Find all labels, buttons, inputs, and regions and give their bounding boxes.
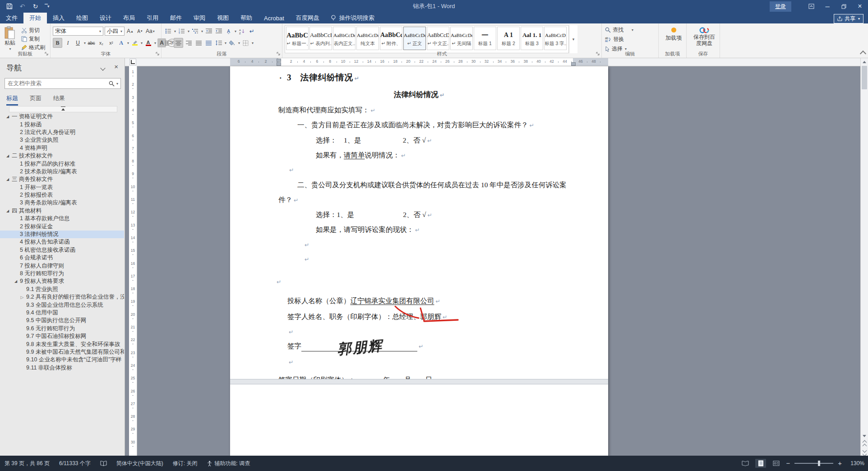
document-page[interactable]: ▪3 法律纠纷情况↵法律纠纷情况↵制造商和代理商应如实填写：↵一、贵方目前是否正…	[230, 66, 608, 456]
style-chip[interactable]: AaBbCcDdE↵ 无间隔	[450, 27, 473, 50]
signature-line[interactable]: 郭朋辉	[301, 342, 417, 351]
collapse-arrow-icon[interactable]: ◢	[13, 279, 19, 283]
style-chip[interactable]: AaBbCcDdE表内正文...	[333, 27, 356, 50]
nav-pane-options-icon[interactable]	[101, 65, 105, 71]
track-changes-indicator[interactable]: 修订: 关闭	[173, 460, 198, 467]
nav-heading-item[interactable]: 3 法律纠纷情况	[0, 231, 124, 238]
share-button[interactable]: 共享▾	[834, 14, 863, 23]
nav-heading-item[interactable]: 3 商务条款响应/偏离表	[0, 199, 124, 207]
style-chip[interactable]: AaBbCcDc↵ 中文正...	[427, 27, 449, 50]
style-chip[interactable]: 一标题 1	[474, 27, 496, 50]
nav-heading-item[interactable]: 9.11 非联合体投标	[0, 364, 124, 372]
nav-search-icon[interactable]	[109, 81, 115, 87]
numbering-button[interactable]: 123	[177, 27, 186, 36]
align-center-button[interactable]	[174, 38, 183, 48]
nav-tab-页面[interactable]: 页面	[30, 94, 42, 106]
align-left-button[interactable]	[164, 38, 172, 47]
document-text-line[interactable]: ↵	[288, 165, 294, 175]
shrink-font-button[interactable]: A▼	[136, 27, 144, 36]
document-text-line[interactable]: 如果是，请写明诉讼案的现状：↵	[316, 225, 420, 235]
indent-marker[interactable]	[277, 59, 281, 62]
vertical-ruler[interactable]: 1234567891011121314151617181920212223242…	[129, 66, 137, 456]
text-effects-button[interactable]: A	[117, 38, 125, 47]
undo-icon[interactable]: ↶	[18, 3, 26, 10]
nav-pane-close-icon[interactable]: ×	[114, 63, 118, 70]
collapse-ribbon-icon[interactable]	[860, 51, 866, 57]
document-text-line[interactable]: 签字郭朋辉↵	[287, 341, 423, 351]
paste-button[interactable]: 粘贴 ▾	[2, 25, 18, 53]
redo-icon[interactable]: ↻	[32, 3, 39, 10]
nav-heading-item[interactable]: 4 投标人告知承诺函	[0, 238, 124, 246]
tab-布局[interactable]: 布局	[117, 13, 141, 23]
close-button[interactable]: ×	[852, 0, 868, 13]
save-icon[interactable]	[5, 3, 13, 10]
document-scrollbar[interactable]	[860, 58, 868, 456]
document-text-line[interactable]: ↵	[287, 357, 293, 367]
document-text-line[interactable]: 如果有，请简单说明情况：↵	[316, 150, 406, 161]
nav-jump-to-top[interactable]	[9, 106, 117, 112]
nav-heading-item[interactable]: ◢一 资格证明文件	[0, 113, 124, 120]
strikethrough-button[interactable]: abc	[87, 38, 96, 47]
accessibility-indicator[interactable]: 辅助功能: 调查	[215, 460, 250, 467]
style-chip[interactable]: AaBbCcD标题 3 字...	[544, 27, 567, 50]
italic-button[interactable]: I	[64, 38, 72, 47]
decrease-indent-button[interactable]	[204, 27, 213, 36]
zoom-slider[interactable]	[794, 463, 833, 464]
nav-heading-item[interactable]: ◢三 商务投标文件	[0, 175, 124, 183]
font-dialog-launcher[interactable]	[155, 51, 160, 56]
nav-heading-item[interactable]: 1 开标一览表	[0, 184, 124, 191]
style-chip[interactable]: AaBbCcD↵ 表内列...	[309, 27, 332, 50]
nav-heading-item[interactable]: 9.8 未发生重大质量、安全和环保事故	[0, 340, 124, 348]
document-text-line[interactable]: ▪3 法律纠纷情况↵	[280, 73, 360, 83]
multilevel-list-button[interactable]	[191, 27, 199, 36]
underline-button[interactable]: U	[74, 38, 82, 47]
customize-qat-icon[interactable]: ▔▾	[45, 4, 49, 9]
web-layout-icon[interactable]	[771, 459, 781, 468]
horizontal-ruler[interactable]: 6422468101214161820222426283032343638404…	[125, 58, 860, 66]
borders-button[interactable]	[241, 38, 250, 47]
collapse-arrow-icon[interactable]: ◢	[5, 154, 11, 158]
tab-引用[interactable]: 引用	[141, 13, 164, 23]
select-button[interactable]: 选择▾	[604, 45, 656, 53]
align-right-button[interactable]	[185, 38, 193, 47]
indent-marker[interactable]	[571, 62, 576, 66]
tab-selector[interactable]	[129, 59, 136, 65]
document-text-line[interactable]: 选择： 1、是2、否 √↵	[316, 135, 432, 146]
subscript-button[interactable]: x₂	[97, 38, 106, 47]
sort-button[interactable]: AZ	[238, 27, 246, 36]
minimize-button[interactable]: ─	[819, 0, 836, 13]
nav-heading-item[interactable]: 9.7 中国石油招标投标网	[0, 332, 124, 340]
nav-heading-item[interactable]: ◢四 其他材料	[0, 207, 124, 215]
shading-button[interactable]	[228, 38, 236, 47]
indent-marker[interactable]	[277, 62, 281, 66]
nav-heading-item[interactable]: 9.6 无行贿犯罪行为	[0, 325, 124, 332]
justify-button[interactable]	[194, 38, 203, 47]
nav-search-dropdown-icon[interactable]: ▾	[116, 82, 118, 86]
scroll-up-icon[interactable]	[861, 59, 868, 65]
grow-font-button[interactable]: A▲	[126, 27, 134, 36]
document-text-line[interactable]: 件？↵	[278, 195, 298, 205]
collapse-arrow-icon[interactable]: ◢	[5, 209, 11, 213]
style-chip[interactable]: AaBbCcDdE↵ 正文	[403, 27, 426, 50]
tab-Acrobat[interactable]: Acrobat	[258, 13, 290, 23]
tab-视图[interactable]: 视图	[211, 13, 235, 23]
nav-heading-item[interactable]: 6 合规承诺书	[0, 254, 124, 262]
paragraph-dialog-launcher[interactable]	[276, 51, 281, 56]
nav-heading-item[interactable]: 2 技术条款响应/偏离表	[0, 168, 124, 175]
document-text-line[interactable]: 二、贵公司及分支机构或建议联合供货体的任何成员在过去 10 年中是否涉及任何诉讼…	[297, 180, 567, 190]
styles-more-button[interactable]: ▾	[569, 25, 577, 53]
nav-search-input[interactable]	[5, 80, 109, 87]
document-text-line[interactable]: ↵	[275, 277, 281, 287]
zoom-in-icon[interactable]: +	[838, 461, 842, 466]
language-indicator[interactable]: 简体中文(中国大陆)	[116, 460, 163, 467]
document-text-line[interactable]: ↵	[287, 327, 293, 337]
print-layout-icon[interactable]	[755, 459, 766, 468]
copy-button[interactable]: 复制	[20, 35, 46, 43]
nav-heading-item[interactable]: 9.10 企业名称中未包含“辽河油田”字样	[0, 356, 124, 364]
document-text-line[interactable]: 一、贵方目前是否正在涉及或面临尚未解决，对贵方影响巨大的诉讼案件？↵	[297, 120, 534, 130]
styles-dialog-launcher[interactable]	[596, 51, 600, 56]
find-button[interactable]: 查找▾	[604, 26, 656, 34]
nav-heading-item[interactable]: 5 机密信息接收承诺函	[0, 246, 124, 254]
nav-heading-item[interactable]: 9.1 营业执照	[0, 286, 124, 293]
nav-heading-item[interactable]: 4 资格声明	[0, 144, 124, 152]
